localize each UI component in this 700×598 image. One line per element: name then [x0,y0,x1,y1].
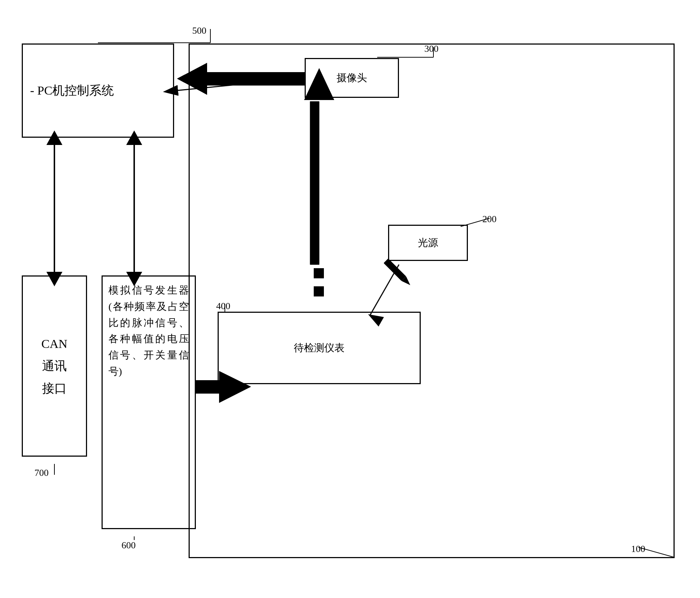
can-label: CAN通讯接口 [41,333,67,399]
camera-label: 摄像头 [337,71,367,85]
ref-400: 400 [216,301,230,312]
signal-box: 模拟信号发生器(各种频率及占空比的脉冲信号、各种幅值的电压信号、开关量信号) [102,275,196,529]
can-box: CAN通讯接口 [22,275,87,457]
ref-500: 500 [192,25,206,36]
ref-300: 300 [424,43,438,54]
light-box: 光源 [388,225,468,261]
pc-control-box: - PC机控制系统 [22,43,174,138]
ref-600: 600 [122,540,136,551]
device-label: 待检测仪表 [294,341,345,355]
diagram-container: 500 - PC机控制系统 100 300 摄像头 200 光源 400 待检测… [15,22,689,584]
signal-label: 模拟信号发生器(各种频率及占空比的脉冲信号、各种幅值的电压信号、开关量信号) [108,285,189,377]
device-box: 待检测仪表 [218,312,421,384]
pc-label: - PC机控制系统 [30,82,114,99]
camera-box: 摄像头 [305,58,399,98]
outer-box [189,43,675,558]
ref-100: 100 [631,544,645,555]
ref-200: 200 [482,214,497,225]
light-label: 光源 [418,236,438,250]
ref-700: 700 [34,468,49,478]
